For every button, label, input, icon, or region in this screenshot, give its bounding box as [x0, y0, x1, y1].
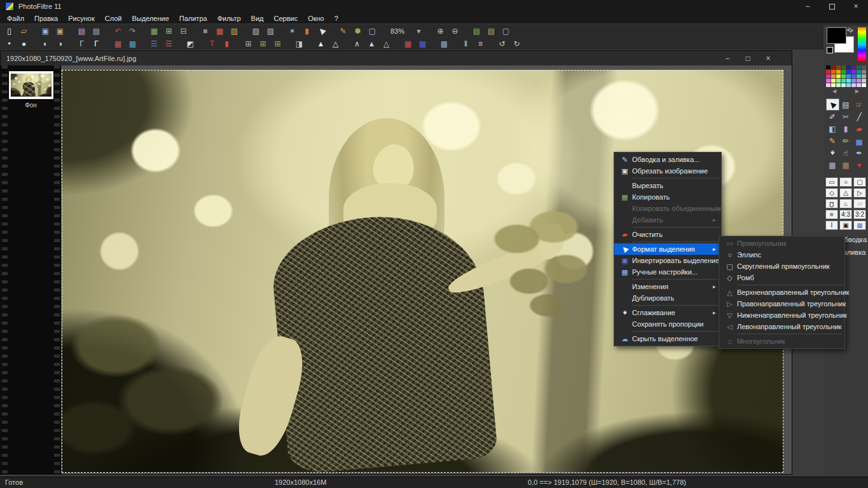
line-tool[interactable]: ╱ [853, 111, 866, 123]
minimize-button[interactable]: − [796, 0, 820, 13]
rgb-screen-icon[interactable]: ▦ [401, 38, 415, 50]
menu-Окно[interactable]: Окно [303, 14, 329, 23]
edit-selection-icon[interactable]: ▨ [263, 25, 278, 37]
point-small-icon[interactable]: • [2, 38, 17, 50]
palette-color[interactable] [862, 70, 866, 74]
save-icon[interactable]: ▣ [38, 25, 53, 37]
palette-color[interactable] [846, 70, 851, 74]
transform-selection[interactable]: ▣ [839, 220, 852, 230]
pattern-2-icon[interactable]: ⊞ [256, 38, 270, 50]
gamma-minus-icon[interactable]: Γ [74, 38, 89, 50]
restore-button[interactable] [820, 0, 844, 13]
menu-item-ручные-настройки-[interactable]: ▦Ручные настройки... [614, 266, 721, 278]
menu-Слой[interactable]: Слой [100, 14, 127, 23]
sharpen-icon[interactable]: ▲ [313, 38, 328, 50]
distort-tool[interactable]: ▩ [826, 159, 839, 171]
palette-color[interactable] [862, 83, 866, 87]
ratio-3-2[interactable]: 3:2 [853, 210, 866, 219]
smudge-tool[interactable]: ☝ [839, 147, 853, 159]
palette-color[interactable] [862, 74, 866, 78]
palette-color[interactable] [831, 79, 836, 83]
palette-color[interactable] [846, 79, 851, 83]
invert-colors-icon[interactable]: ◩ [183, 38, 198, 50]
undo-icon[interactable]: ↶ [111, 25, 125, 37]
shape-rhombus[interactable]: ◇ [825, 188, 838, 198]
show-selection-icon[interactable]: ▧ [249, 25, 263, 37]
art-brush-tool[interactable]: ✒ [853, 147, 866, 159]
palette-color[interactable] [841, 83, 846, 87]
rgb-balance-icon[interactable]: ☰ [147, 38, 162, 50]
menu-Фильтр[interactable]: Фильтр [212, 14, 246, 23]
palette-color[interactable] [851, 79, 856, 83]
scan-icon[interactable]: ▤ [89, 25, 104, 37]
rotate-left-icon[interactable]: ↺ [495, 38, 509, 50]
menu-Файл[interactable]: Файл [2, 14, 29, 23]
palette-color[interactable] [857, 83, 861, 87]
menu-item-правонаправленный-треугольник[interactable]: ▷Правонаправленный треугольник [719, 298, 844, 309]
zoom-in-icon[interactable]: ⊕ [433, 25, 448, 37]
palette-prev-button[interactable]: ◀ [832, 89, 836, 94]
palette-color[interactable] [831, 83, 836, 87]
menu-item-дублировать[interactable]: Дублировать [614, 292, 721, 304]
red-text-icon[interactable]: T [205, 38, 219, 50]
palette-color[interactable] [857, 79, 861, 83]
menu-Рисунок[interactable]: Рисунок [63, 14, 100, 23]
menu-item-очистить[interactable]: ▰Очистить [614, 229, 721, 240]
close-button[interactable]: × [844, 0, 868, 13]
menu-item-сохранять-пропорции[interactable]: Сохранять пропорции [614, 318, 721, 330]
spray-tool[interactable]: ▮ [839, 123, 853, 135]
shape-rounded-rect[interactable]: ▢ [853, 177, 866, 187]
palette-next-button[interactable]: ▶ [855, 89, 859, 94]
blue-screen-icon[interactable]: ▦ [415, 38, 430, 50]
palette-color[interactable] [857, 65, 861, 69]
palette-color[interactable] [836, 79, 841, 83]
shape-rectangle[interactable]: ▭ [825, 177, 838, 187]
relief-icon[interactable]: ∧ [350, 38, 364, 50]
palette-color[interactable] [841, 65, 846, 69]
palette-color[interactable] [836, 83, 841, 87]
palette-color[interactable] [836, 70, 841, 74]
gamma-plus-icon[interactable]: Γ [89, 38, 104, 50]
menu-item-сглаживание[interactable]: ♠Сглаживание▸ [614, 307, 721, 318]
photo-retouch-tool[interactable]: ▦ [839, 159, 853, 171]
palette-color[interactable] [836, 65, 841, 69]
menu-item-копировать[interactable]: ▦Копировать [614, 191, 721, 203]
palette-color[interactable] [851, 65, 856, 69]
fullscreen-icon[interactable]: ▢ [499, 25, 513, 37]
shape-triangle-right[interactable]: ▷ [853, 188, 866, 198]
saturation-plus-icon[interactable]: ▦ [125, 38, 140, 50]
save-as-icon[interactable]: ▣ [53, 25, 67, 37]
pen-tool-icon[interactable]: ✎ [336, 25, 350, 37]
point-large-icon[interactable]: ● [17, 38, 31, 50]
palette-color[interactable] [826, 74, 830, 78]
halftone-icon[interactable]: ◨ [292, 38, 307, 50]
arrow-tool-icon[interactable]: ▶ [314, 25, 329, 37]
palette-color[interactable] [846, 65, 851, 69]
shape-triangle-up[interactable]: △ [839, 188, 852, 198]
shape-lasso[interactable]: Ω [825, 199, 838, 208]
menu-item-инвертировать-выделение[interactable]: ▣Инвертировать выделение [614, 255, 721, 266]
manual-selection[interactable]: ▦ [853, 220, 866, 230]
pattern-3-icon[interactable]: ⊞ [270, 38, 285, 50]
palette-color[interactable] [851, 74, 856, 78]
eraser-tool[interactable]: ▰ [853, 123, 866, 135]
menu-item-обрезать-изображение[interactable]: ▣Обрезать изображение [614, 165, 721, 177]
menu-item-левонаправленный-треугольник[interactable]: ◁Левонаправленный треугольник [719, 321, 844, 332]
palette-color[interactable] [831, 70, 836, 74]
palette-color[interactable] [857, 70, 861, 74]
pattern-1-icon[interactable]: ⊞ [241, 38, 256, 50]
document-minimize-button[interactable]: − [717, 54, 738, 63]
load-selection[interactable]: ▱ [853, 199, 866, 208]
lines-icon[interactable]: ≡ [473, 38, 488, 50]
layer-thumbnail[interactable] [9, 71, 53, 99]
palette-color[interactable] [851, 83, 856, 87]
knife-tool[interactable]: ✂ [839, 111, 853, 123]
shape-ellipse[interactable]: ○ [839, 177, 852, 187]
blur-tool[interactable]: ♠ [826, 147, 839, 159]
redo-icon[interactable]: ↷ [125, 25, 140, 37]
red-eye-tool[interactable]: ♥ [853, 159, 866, 171]
brush-tool[interactable]: ✏ [839, 135, 853, 147]
palette-color[interactable] [846, 74, 851, 78]
print-icon[interactable]: ▤ [74, 25, 89, 37]
shape-polygon[interactable]: ⌂ [839, 199, 852, 208]
